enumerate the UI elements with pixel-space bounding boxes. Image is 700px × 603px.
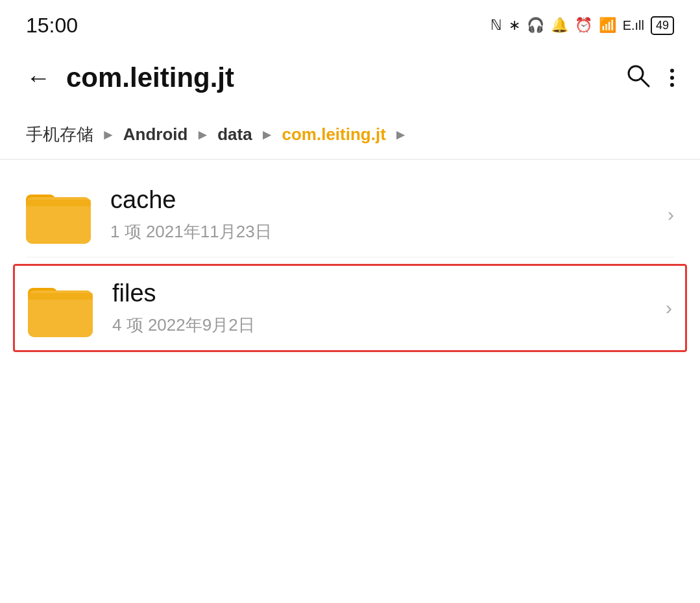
bluetooth-icon: ∗ xyxy=(509,17,520,34)
svg-line-1 xyxy=(642,79,649,86)
chevron-right-files: › xyxy=(666,297,672,319)
wifi-icon: 📶 xyxy=(599,17,616,34)
svg-rect-9 xyxy=(28,293,93,300)
status-time: 15:00 xyxy=(26,14,78,38)
breadcrumb-arrow-1: ► xyxy=(101,126,115,143)
file-info-files: files 4 项 2022年9月2日 xyxy=(112,279,646,337)
nfc-icon: ℕ xyxy=(490,17,502,34)
breadcrumb: 手机存储 ► Android ► data ► com.leiting.jt ► xyxy=(0,110,700,160)
title-actions xyxy=(625,62,674,94)
more-button[interactable] xyxy=(670,64,674,91)
status-icons: ℕ ∗ 🎧 🔔 ⏰ 📶 E.ıll 49 xyxy=(490,16,674,35)
more-dot-3 xyxy=(670,83,674,87)
breadcrumb-arrow-3: ► xyxy=(260,126,274,143)
more-dot-1 xyxy=(670,69,674,73)
notification-icon: 🔔 xyxy=(551,17,568,34)
headphone-icon: 🎧 xyxy=(527,17,544,34)
title-left: ← com.leiting.jt xyxy=(26,62,234,93)
title-bar: ← com.leiting.jt xyxy=(0,45,700,110)
folder-icon-files xyxy=(28,279,93,337)
breadcrumb-android[interactable]: Android xyxy=(123,124,188,145)
file-name-cache: cache xyxy=(110,186,648,214)
breadcrumb-current[interactable]: com.leiting.jt xyxy=(282,124,385,145)
file-info-cache: cache 1 项 2021年11月23日 xyxy=(110,186,648,243)
folder-icon-cache xyxy=(26,185,91,244)
chevron-right-cache: › xyxy=(668,204,674,226)
breadcrumb-arrow-4: ► xyxy=(394,126,408,143)
back-button[interactable]: ← xyxy=(26,64,51,92)
more-dot-2 xyxy=(670,76,674,80)
breadcrumb-data[interactable]: data xyxy=(217,124,252,145)
list-item[interactable]: files 4 项 2022年9月2日 › xyxy=(13,264,687,352)
battery-indicator: 49 xyxy=(651,16,674,35)
svg-rect-5 xyxy=(26,200,91,206)
file-list: cache 1 项 2021年11月23日 › files 4 项 2022年9… xyxy=(0,160,700,372)
alarm-icon: ⏰ xyxy=(575,17,592,34)
search-button[interactable] xyxy=(625,62,651,94)
divider xyxy=(26,257,674,257)
file-meta-cache: 1 项 2021年11月23日 xyxy=(110,220,648,243)
breadcrumb-arrow-2: ► xyxy=(195,126,210,143)
svg-point-0 xyxy=(629,66,643,80)
file-meta-files: 4 项 2022年9月2日 xyxy=(112,314,646,337)
file-name-files: files xyxy=(112,279,646,307)
list-item[interactable]: cache 1 项 2021年11月23日 › xyxy=(0,172,700,257)
breadcrumb-storage[interactable]: 手机存储 xyxy=(26,123,93,146)
status-bar: 15:00 ℕ ∗ 🎧 🔔 ⏰ 📶 E.ıll 49 xyxy=(0,0,700,45)
signal-icon: E.ıll xyxy=(623,18,644,33)
page-title: com.leiting.jt xyxy=(66,62,234,93)
